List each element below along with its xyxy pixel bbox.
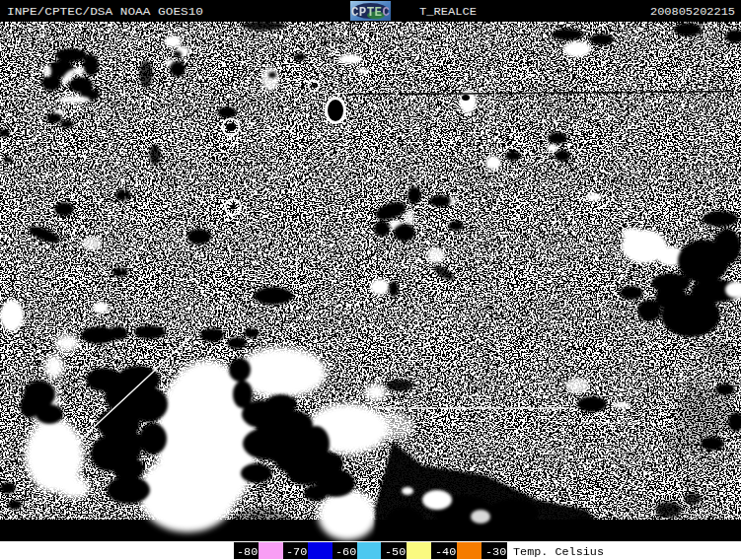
svg-text:CPTEC: CPTEC [351,6,390,20]
svg-text:INPE/CPTEC/DSA NOAA GOES10: INPE/CPTEC/DSA NOAA GOES10 [7,5,203,19]
svg-text:-50: -50 [385,545,406,559]
svg-text:Temp. Celsius: Temp. Celsius [513,545,604,559]
svg-text:T_REALCE: T_REALCE [419,5,477,19]
svg-text:-80: -80 [237,545,258,559]
svg-text:-30: -30 [485,545,506,559]
svg-text:200805202215: 200805202215 [650,5,735,19]
svg-text:-60: -60 [335,545,356,559]
svg-text:-40: -40 [435,545,456,559]
svg-text:-70: -70 [286,545,307,559]
